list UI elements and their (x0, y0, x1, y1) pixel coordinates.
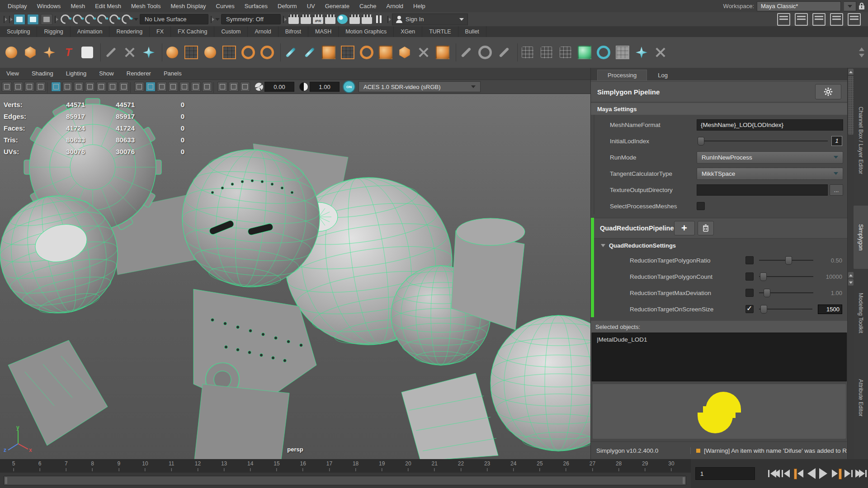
snap-view-plane-icon[interactable] (108, 13, 121, 26)
textured-icon[interactable] (157, 82, 167, 92)
snap-grid-icon[interactable] (59, 13, 72, 26)
quad-settings-toggle[interactable]: QuadReductionSettings (591, 239, 848, 252)
toolbar-grip[interactable] (8, 15, 12, 24)
camera-lock-icon[interactable] (13, 82, 23, 92)
rotate-ccw-icon[interactable] (259, 44, 276, 61)
menu-item[interactable]: Mesh Display (166, 0, 211, 12)
ipr-render-icon[interactable]: IPR (313, 14, 323, 24)
menu-item[interactable]: Help (408, 0, 430, 12)
toolbar-grip[interactable] (3, 15, 7, 24)
subdivide-icon[interactable] (396, 44, 413, 61)
menu-item[interactable]: Generate (320, 0, 354, 12)
grid-toggle-icon[interactable] (51, 82, 61, 92)
film-gate-icon[interactable] (62, 82, 72, 92)
arnold-render-view-icon[interactable] (337, 14, 348, 24)
resolution-gate-icon[interactable] (74, 82, 84, 92)
play-forwards[interactable] (817, 467, 830, 480)
run-mode-dropdown[interactable]: RunInNewProcess (697, 151, 843, 164)
scroll-down-button[interactable] (848, 279, 854, 286)
sidebar-tab[interactable]: Modeling Toolkit (854, 271, 868, 355)
panel-menu-item[interactable]: Renderer (120, 68, 157, 80)
shelf-tab[interactable]: XGen (394, 26, 422, 37)
color-management-toggle[interactable]: ON (343, 80, 355, 93)
bevel-icon[interactable] (282, 44, 299, 61)
xray-icon[interactable] (202, 82, 212, 92)
workspace-caret[interactable] (844, 1, 856, 11)
pen-tool-icon[interactable] (495, 44, 513, 61)
exposure-field[interactable]: 0.00 (264, 82, 294, 92)
tangent-calculator-dropdown[interactable]: MikkTSpace (697, 168, 843, 180)
go-to-end[interactable] (855, 467, 868, 480)
select-object-icon[interactable] (27, 14, 39, 25)
crease-icon[interactable] (434, 44, 451, 61)
separator[interactable] (453, 42, 456, 62)
measure-distance-icon[interactable] (102, 44, 119, 61)
select-hierarchy-icon[interactable] (14, 14, 25, 25)
mirror-icon[interactable] (377, 44, 394, 61)
toolbar-grip[interactable] (54, 15, 58, 24)
shelf-tab[interactable]: MASH (308, 26, 339, 37)
sep[interactable] (130, 82, 133, 91)
menu-item[interactable]: Arnold (382, 0, 409, 12)
delete-pipeline-button[interactable] (698, 221, 714, 235)
image-plane-icon[interactable] (36, 82, 46, 92)
curve-warp-icon[interactable] (595, 44, 612, 61)
panel-menu-item[interactable]: Panels (157, 68, 188, 80)
shelf-tab[interactable]: Rendering (109, 26, 150, 37)
locator-icon[interactable] (121, 44, 138, 61)
render-sequence-icon[interactable] (325, 14, 335, 24)
boolean-icon[interactable] (576, 44, 593, 61)
snap-options-caret[interactable] (134, 18, 138, 23)
display-layers-icon[interactable] (848, 13, 861, 26)
slider-thumb[interactable] (785, 256, 792, 265)
menu-item[interactable]: Windows (32, 0, 66, 12)
shelf-tab[interactable]: TURTLE (422, 26, 458, 37)
render-region-icon[interactable] (301, 14, 311, 24)
color-space-dropdown[interactable]: ACES 1.0 SDR-video (sRGB) (359, 81, 481, 92)
setting-value[interactable]: 1500 (818, 305, 842, 314)
snap-make-live-icon[interactable] (120, 13, 133, 26)
attribute-editor-icon[interactable] (830, 13, 843, 26)
two-pane-icon[interactable] (229, 82, 239, 92)
mesh-name-format-input[interactable]: {MeshName}_LOD{LODIndex} (697, 119, 843, 131)
separator[interactable] (514, 42, 517, 62)
setting-value[interactable]: 0.50 (819, 257, 842, 264)
setting-checkbox[interactable] (745, 256, 754, 264)
sidebar-tab[interactable]: Simplygon (854, 206, 868, 269)
safe-title-icon[interactable] (119, 82, 129, 92)
menu-item[interactable]: Cache (354, 0, 382, 12)
workspace-select[interactable]: Maya Classic* (757, 1, 841, 11)
initial-lod-index-slider[interactable]: 1 (697, 135, 843, 147)
panel-scrollbar[interactable] (847, 68, 854, 459)
svg-tool-icon[interactable]: svg (79, 44, 96, 61)
slider-thumb[interactable] (698, 137, 704, 145)
contrast-field[interactable]: 1.00 (310, 82, 340, 92)
step-back-frame[interactable] (779, 467, 792, 480)
step-forward-key[interactable] (830, 467, 843, 480)
shelf-tab[interactable]: FX Caching (171, 26, 214, 37)
rotate-cw-icon[interactable] (240, 44, 257, 61)
scroll-up-button-2[interactable] (848, 272, 854, 278)
sphere-primitive-icon[interactable] (3, 44, 20, 61)
setting-checkbox[interactable] (745, 272, 754, 281)
pause-viewport-icon[interactable] (374, 14, 384, 24)
slider-thumb[interactable] (760, 272, 767, 281)
live-surface-field[interactable]: No Live Surface (140, 14, 208, 24)
separator[interactable] (278, 42, 280, 62)
menu-item[interactable]: Curves (211, 0, 240, 12)
field-chart-icon[interactable] (96, 82, 106, 92)
contrast-icon[interactable] (299, 82, 308, 91)
panel-menu-item[interactable]: Lighting (60, 68, 93, 80)
delete-history-icon[interactable] (652, 44, 669, 61)
star-primitive-icon[interactable] (41, 44, 58, 61)
viewport-3d[interactable]: Verts: 44571 44571 0 Edges: 85917 85917 … (0, 94, 590, 460)
shelf-tab[interactable]: Bullet (458, 26, 486, 37)
target-weld-icon[interactable] (415, 44, 432, 61)
isolate-select-icon[interactable] (217, 82, 227, 92)
add-pipeline-button[interactable]: + (674, 221, 695, 235)
setting-slider[interactable] (758, 303, 813, 315)
frame-icon[interactable] (476, 44, 494, 61)
sidebar-tab[interactable]: Channel Box / Layer Editor (854, 78, 868, 203)
character-controls-icon[interactable] (795, 13, 808, 26)
shelf-tab[interactable]: Sculpting (0, 26, 37, 37)
